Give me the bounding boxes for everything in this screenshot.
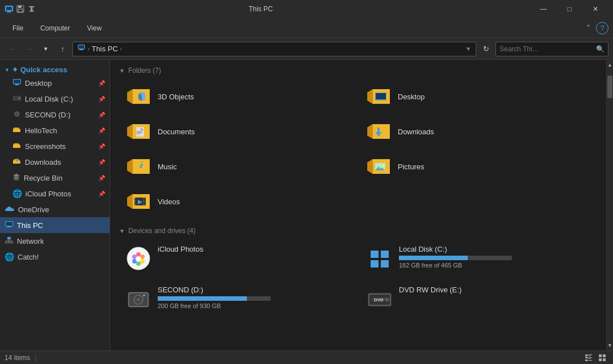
sidebar-label-local-disk: Local Disk (C:) [25,95,95,103]
folder-downloads[interactable]: Downloads [359,115,597,148]
sidebar-label-hellotech: HelloTech [25,126,95,135]
svg-rect-70 [143,204,145,205]
folder-music-name: Music [158,163,177,171]
sidebar-item-second[interactable]: SECOND (D:) 📌 [0,107,110,122]
folder-documents-icon [125,120,152,143]
drive-icloud-name: iCloud Photos [158,245,350,253]
screenshots-icon [12,142,21,151]
scroll-thumb[interactable] [607,76,612,98]
scroll-up-button[interactable]: ▲ [607,60,613,70]
main-area: ▼ ✦ Quick access Desktop 📌 [0,60,613,350]
address-dropdown-button[interactable]: ▼ [466,46,471,52]
devices-section-header[interactable]: ▼ Devices and drives (4) [119,227,597,235]
drive-dvd-e-name: DVD RW Drive (E:) [399,286,592,294]
svg-point-24 [16,113,18,115]
status-separator: | [34,354,36,362]
tiles-view-button[interactable] [596,353,608,363]
svg-rect-12 [80,49,83,50]
folder-videos-icon [125,190,152,213]
svg-rect-26 [13,145,20,148]
path-end-chevron: › [120,46,122,52]
sidebar-item-onedrive[interactable]: OneDrive [0,201,110,217]
folder-documents[interactable]: Documents [119,115,357,148]
scroll-down-button[interactable]: ▼ [607,340,613,350]
ribbon-tab-computer[interactable]: Computer [32,21,78,36]
dropdown-button[interactable]: ▼ [38,42,53,56]
search-box[interactable]: 🔍 [495,42,608,56]
sidebar-item-screenshots[interactable]: Screenshots 📌 [0,138,110,154]
content-area: ▼ Folders (7) 3D Objects [110,60,606,350]
drive-local-c-bar-fill [399,256,468,260]
svg-rect-81 [381,251,389,258]
sidebar-item-local-disk[interactable]: Local Disk (C:) 📌 [0,91,110,107]
svg-point-73 [136,252,141,257]
folder-downloads-icon [365,120,392,143]
help-button[interactable]: ? [596,22,608,34]
svg-rect-80 [371,251,379,258]
ribbon-collapse-button[interactable]: ˅ [582,21,595,35]
sidebar-label-onedrive: OneDrive [18,205,105,214]
folder-3dobjects[interactable]: 3D Objects [119,80,357,113]
svg-rect-25 [13,129,20,132]
folder-desktop-icon [365,85,392,108]
refresh-button[interactable]: ↻ [479,42,493,56]
drive-local-c[interactable]: Local Disk (C:) 182 GB free of 465 GB [360,240,597,277]
search-icon[interactable]: 🔍 [596,45,605,53]
catch-icon: 🌐 [5,252,14,261]
svg-rect-16 [15,84,19,85]
svg-rect-101 [585,359,588,361]
folder-desktop[interactable]: Desktop [359,80,597,113]
svg-rect-96 [588,354,592,355]
svg-rect-106 [603,358,606,361]
folder-pictures[interactable]: Pictures [359,150,597,183]
desktop-icon [12,78,21,88]
folder-music[interactable]: Music [119,150,357,183]
close-button[interactable]: ✕ [582,0,608,18]
drive-dvd-e[interactable]: DVD DVD RW Drive (E:) [360,281,597,317]
svg-rect-102 [588,360,592,361]
folder-3dobjects-icon [125,85,152,108]
ribbon-tab-view[interactable]: View [79,21,110,36]
folder-videos[interactable]: Videos [119,185,357,218]
drive-second-d[interactable]: SECOND (D:) 200 GB free of 930 GB [119,281,356,317]
folders-section-header[interactable]: ▼ Folders (7) [119,67,597,74]
drives-grid: iCloud Photos Local Disk (C:) [119,240,597,317]
sidebar-pin-hellotech: 📌 [98,128,105,134]
sidebar-pin-downloads: 📌 [98,159,105,165]
sidebar-item-downloads[interactable]: Downloads 📌 [0,154,110,170]
search-input[interactable] [499,45,594,53]
minimize-button[interactable]: — [531,0,557,18]
sidebar-item-desktop[interactable]: Desktop 📌 [0,75,110,91]
sidebar-label-icloud: iCloud Photos [25,190,95,198]
sidebar-pin-desktop: 📌 [98,80,105,86]
drive-second-d-info: SECOND (D:) 200 GB free of 930 GB [158,286,350,309]
sidebar-item-catch[interactable]: 🌐 Catch! [0,249,110,265]
item-count: 14 items [5,354,30,362]
sidebar-item-this-pc[interactable]: This PC [0,217,110,233]
second-d-icon [125,286,152,313]
address-bar[interactable]: › This PC › ▼ [72,42,476,56]
sidebar-item-network[interactable]: Network [0,233,110,249]
forward-button[interactable]: → [21,42,36,56]
title-bar-controls: — □ ✕ [531,0,608,18]
drive-icloud[interactable]: iCloud Photos [119,240,356,277]
details-view-button[interactable] [582,353,595,363]
quick-access-header[interactable]: ▼ ✦ Quick access [0,62,110,75]
folders-header-text: Folders (7) [128,67,161,74]
sidebar-pin-local-disk: 📌 [98,96,105,102]
svg-rect-38 [7,226,11,227]
sidebar-item-hellotech[interactable]: HelloTech 📌 [0,122,110,138]
svg-rect-104 [603,354,606,357]
scrollbar[interactable]: ▲ ▼ [606,60,613,350]
maximize-button[interactable]: □ [557,0,582,18]
back-button[interactable]: ← [5,42,19,56]
up-button[interactable]: ↑ [55,42,70,56]
svg-point-63 [382,164,384,166]
sidebar-item-icloud[interactable]: 🌐 iCloud Photos 📌 [0,186,110,201]
svg-rect-37 [6,222,12,226]
ribbon-tab-file[interactable]: File [5,21,31,36]
svg-rect-67 [134,204,136,205]
sidebar-item-recycle-bin[interactable]: Recycle Bin 📌 [0,170,110,186]
svg-rect-82 [371,260,379,267]
svg-rect-42 [8,242,10,243]
